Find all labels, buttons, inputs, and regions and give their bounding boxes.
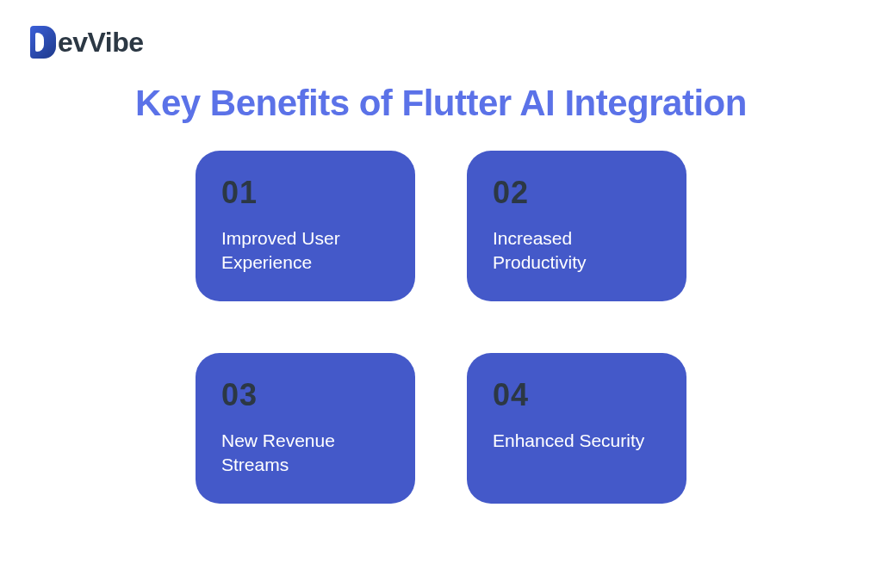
- card-label: Improved User Experience: [221, 226, 389, 275]
- logo-d-icon: [30, 26, 56, 59]
- benefits-grid: 01 Improved User Experience 02 Increased…: [196, 151, 686, 504]
- card-label: Increased Productivity: [493, 226, 661, 275]
- logo-text: evVibe: [58, 27, 144, 59]
- benefit-card-3: 03 New Revenue Streams: [196, 353, 415, 504]
- benefit-card-4: 04 Enhanced Security: [467, 353, 686, 504]
- benefit-card-2: 02 Increased Productivity: [467, 151, 686, 301]
- card-number: 02: [493, 175, 661, 211]
- card-number: 04: [493, 377, 661, 413]
- card-number: 03: [221, 377, 389, 413]
- card-number: 01: [221, 175, 389, 211]
- logo: evVibe: [30, 26, 144, 59]
- card-label: New Revenue Streams: [221, 429, 389, 478]
- page-title: Key Benefits of Flutter AI Integration: [0, 83, 882, 124]
- benefit-card-1: 01 Improved User Experience: [196, 151, 415, 301]
- card-label: Enhanced Security: [493, 429, 661, 453]
